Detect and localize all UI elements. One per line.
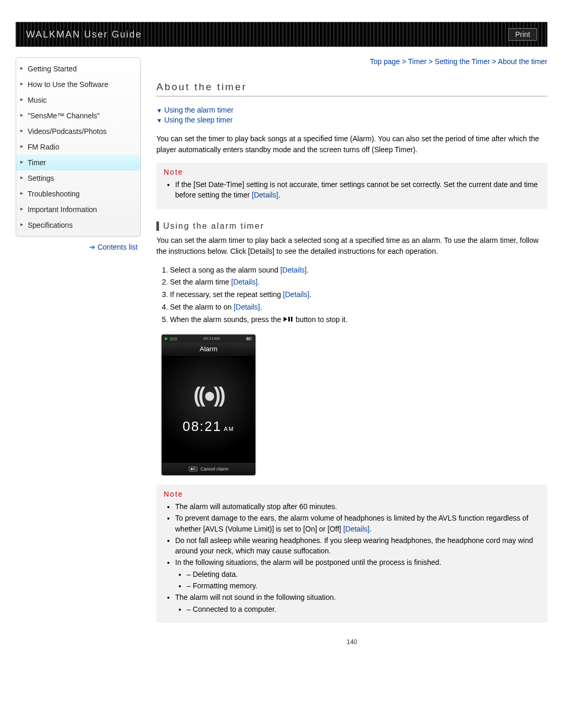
note-item: The alarm will automatically stop after …	[175, 501, 540, 512]
breadcrumb[interactable]: Top page > Timer > Setting the Timer > A…	[156, 57, 547, 66]
nav-fm-radio[interactable]: FM Radio	[16, 139, 140, 155]
anchor-links: ▼Using the alarm timer ▼Using the sleep …	[156, 106, 547, 124]
steps-list: Select a song as the alarm sound [Detail…	[156, 264, 547, 326]
step-1: Select a song as the alarm sound [Detail…	[170, 264, 547, 277]
play-pause-icon: ▶II	[189, 466, 198, 472]
alarm-sound-icon: ((●))	[193, 384, 223, 407]
step-4: Set the alarm to on [Details].	[170, 301, 547, 314]
svg-rect-2	[291, 317, 292, 322]
intro-text: You can set the timer to play back songs…	[156, 133, 547, 155]
details-link[interactable]: [Details]	[252, 191, 278, 199]
page-title: About the timer	[156, 81, 547, 96]
anchor-alarm[interactable]: ▼Using the alarm timer	[156, 106, 547, 114]
nav-getting-started[interactable]: Getting Started	[16, 61, 140, 77]
note-subitem: Connected to a computer.	[187, 604, 540, 614]
details-link[interactable]: [Details]	[283, 290, 310, 299]
nav-troubleshooting[interactable]: Troubleshooting	[16, 186, 140, 202]
details-link[interactable]: [Details]	[280, 266, 307, 274]
nav-videos[interactable]: Videos/Podcasts/Photos	[16, 124, 140, 139]
step-3: If necessary, set the repeat setting [De…	[170, 289, 547, 301]
contents-list-link[interactable]: ➔Contents list	[89, 243, 138, 251]
note-label: Note	[164, 168, 540, 176]
print-button[interactable]: Print	[508, 28, 537, 41]
note-item: Do not fall asleep while wearing headpho…	[175, 535, 540, 557]
header-title: WALKMAN User Guide	[26, 29, 142, 40]
page-number: 140	[156, 638, 547, 646]
note-subitem: Formatting memory.	[187, 581, 540, 591]
contents-link-wrap: ➔Contents list	[16, 237, 141, 251]
down-triangle-icon: ▼	[156, 117, 162, 124]
note-label: Note	[164, 490, 540, 498]
note-item: The alarm will not sound in the followin…	[175, 592, 540, 614]
note-box-1: Note If the [Set Date-Time] setting is n…	[156, 163, 547, 209]
note-item: If the [Set Date-Time] setting is not ac…	[175, 179, 540, 201]
note-item: To prevent damage to the ears, the alarm…	[175, 513, 540, 534]
note-item: In the following situations, the alarm w…	[175, 557, 540, 591]
note-box-2: Note The alarm will automatically stop a…	[156, 485, 547, 623]
header-bar: WALKMAN User Guide Print	[16, 22, 547, 47]
device-body: ((●)) 08:21AM	[162, 355, 255, 463]
down-triangle-icon: ▼	[156, 107, 162, 114]
device-status-bar: ▶((•)) 08:21AM ▮▮▯	[162, 335, 255, 343]
nav-timer[interactable]: Timer	[16, 155, 140, 170]
device-status-time: 08:21AM	[203, 336, 220, 341]
battery-icon: ▮▮▯	[246, 336, 252, 341]
device-footer: ▶II Cancel Alarm	[162, 463, 255, 475]
svg-marker-0	[284, 317, 287, 322]
nav-software[interactable]: How to Use the Software	[16, 77, 140, 92]
play-pause-icon	[283, 314, 293, 326]
nav-menu: Getting Started How to Use the Software …	[16, 57, 141, 237]
device-footer-text: Cancel Alarm	[201, 466, 229, 472]
note-subitem: Deleting data.	[187, 569, 540, 579]
device-screenshot: ▶((•)) 08:21AM ▮▮▯ Alarm ((●)) 08:21AM ▶…	[162, 335, 255, 475]
section-intro: You can set the alarm timer to play back…	[156, 235, 547, 257]
nav-settings[interactable]: Settings	[16, 170, 140, 186]
device-time: 08:21AM	[182, 418, 235, 435]
details-link[interactable]: [Details]	[343, 525, 370, 533]
step-2: Set the alarm time [Details].	[170, 276, 547, 289]
main-content: Top page > Timer > Setting the Timer > A…	[156, 57, 547, 646]
anchor-sleep[interactable]: ▼Using the sleep timer	[156, 116, 547, 124]
nav-specifications[interactable]: Specifications	[16, 217, 140, 233]
play-icon: ▶	[165, 336, 168, 341]
details-link[interactable]: [Details]	[231, 278, 258, 286]
nav-sensme[interactable]: "SensMe™ Channels"	[16, 108, 140, 124]
section-title-alarm: Using the alarm timer	[156, 221, 547, 231]
arrow-right-icon: ➔	[89, 243, 95, 251]
svg-rect-1	[288, 317, 290, 322]
signal-icon: ((•))	[170, 336, 177, 341]
details-link[interactable]: [Details]	[234, 303, 260, 311]
nav-important-info[interactable]: Important Information	[16, 202, 140, 217]
nav-music[interactable]: Music	[16, 92, 140, 108]
step-5: When the alarm sounds, press the button …	[170, 314, 547, 326]
sidebar: Getting Started How to Use the Software …	[16, 57, 141, 646]
device-title: Alarm	[162, 343, 255, 355]
